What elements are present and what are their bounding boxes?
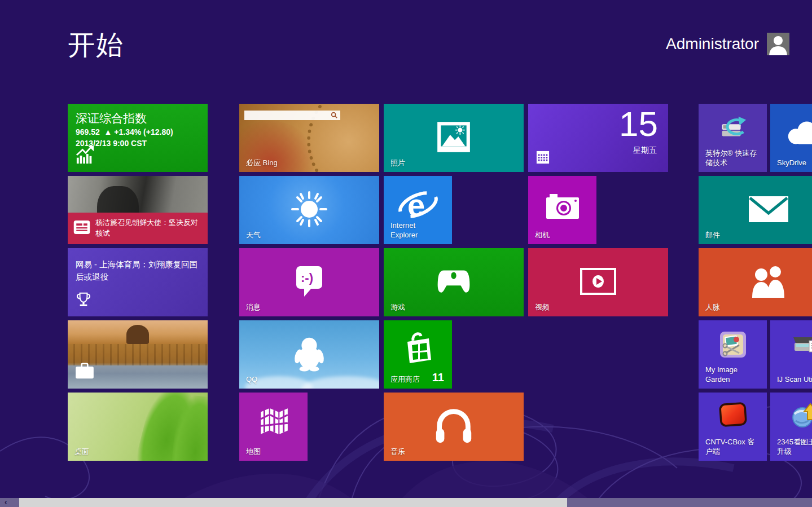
cntv-label: CNTV-CBox 客户端 [705,437,760,457]
tile-camera[interactable]: 相机 [528,176,596,244]
stock-change: ▲ +1.34% (+12.80) [104,127,173,136]
mail-envelope-icon [748,195,789,226]
cloud-icon [783,117,812,149]
p2345-label: 2345看图王版本升级 [777,437,812,457]
messages-icon: :-) [291,263,328,302]
scrollbar-thumb[interactable] [19,498,567,507]
stock-chart-icon [74,145,96,166]
internet-explorer-label: Internet Explorer [390,221,436,240]
user-area[interactable]: Administrator [666,33,789,55]
tile-weather[interactable]: 天气 [239,176,379,244]
globe-update-icon [789,402,812,433]
tile-skydrive[interactable]: SkyDrive [770,104,812,172]
headphones-icon [432,406,476,448]
news-headline: 杨洁篪召见朝鲜大使：坚决反对核试 [95,218,202,239]
news-banner: 杨洁篪召见朝鲜大使：坚决反对核试 [68,213,208,244]
bing-search-bar[interactable] [244,111,340,120]
people-icon [747,265,790,300]
my-image-garden-icon [718,329,748,362]
ij-scan-label: IJ Scan Utility [777,374,812,385]
tile-bing[interactable]: 必应 Bing [239,104,379,172]
tile-messages[interactable]: :-) 消息 [239,248,379,316]
weather-label: 天气 [246,231,261,240]
camera-label: 相机 [535,231,550,240]
music-label: 音乐 [390,447,405,457]
tile-calendar[interactable]: 15 星期五 [528,104,668,172]
svg-text::-): :-) [301,271,313,285]
store-label: 应用商店 [390,375,420,385]
search-icon [331,111,337,121]
sun-icon [287,187,332,234]
calendar-icon [536,151,550,166]
tile-video[interactable]: 视频 [528,248,668,316]
tile-netease-sports[interactable]: 网易 - 上海体育局：刘翔康复回国后或退役 [68,248,208,316]
skydrive-label: SkyDrive [777,158,806,168]
stock-value: 969.52 [76,127,100,136]
mail-label: 邮件 [705,231,720,240]
cntv-tv-icon [717,402,749,431]
games-label: 游戏 [390,303,405,312]
calendar-weekday: 星期五 [633,146,657,156]
camera-icon [545,193,580,222]
user-avatar-icon[interactable] [767,33,789,55]
tile-desktop[interactable]: 桌面 [68,393,208,461]
store-icon [401,329,436,369]
maps-label: 地图 [246,447,261,457]
tile-people[interactable]: 人脉 [699,248,812,316]
intel-storage-icon [716,112,750,146]
store-badge: 11 [432,371,444,384]
tile-maps[interactable]: 地图 [239,393,308,461]
tile-intel-rapid-storage[interactable]: 英特尔® 快速存储技术 [699,104,767,172]
tile-mail[interactable]: 邮件 [699,176,812,244]
photos-label: 照片 [390,158,405,168]
horizontal-scrollbar[interactable]: ‹ [0,498,812,507]
news-icon [73,220,90,237]
netease-headline: 网易 - 上海体育局：刘翔康复回国后或退役 [76,258,200,284]
my-image-garden-label: My Image Garden [705,365,760,385]
tile-store[interactable]: 应用商店 11 [384,320,452,389]
tile-games[interactable]: 游戏 [384,248,524,316]
tile-travel[interactable] [68,320,208,389]
video-label: 视频 [535,303,550,312]
intel-label: 英特尔® 快速存储技术 [705,148,760,168]
game-controller-icon [435,267,472,298]
tile-news[interactable]: 杨洁篪召见朝鲜大使：坚决反对核试 [68,176,208,244]
tile-photos[interactable]: 照片 [384,104,524,172]
trophy-icon [74,290,93,311]
stock-title: 深证综合指数 [76,111,147,126]
messages-label: 消息 [246,303,261,312]
qq-label: QQ [246,375,257,385]
tile-qq[interactable]: QQ [239,320,379,389]
maps-icon [257,405,290,440]
tile-music[interactable]: 音乐 [384,393,524,461]
tile-ij-scan-utility[interactable]: IJ Scan Utility [770,320,812,389]
bing-label: 必应 Bing [246,158,278,168]
suitcase-icon [74,363,95,382]
people-label: 人脉 [705,303,720,312]
user-name[interactable]: Administrator [666,35,759,53]
scroll-left-arrow[interactable]: ‹ [5,498,16,507]
page-title: 开始 [68,27,124,63]
photos-icon [435,121,472,156]
tile-stock-index[interactable]: 深证综合指数 969.52 ▲ +1.34% (+12.80) 2013/2/1… [68,104,208,172]
tile-2345-update[interactable]: 2345看图王版本升级 [770,393,812,461]
calendar-day: 15 [619,105,658,143]
scanner-icon [789,330,812,361]
tile-my-image-garden[interactable]: My Image Garden [699,320,767,389]
desktop-label: 桌面 [74,447,89,457]
tile-internet-explorer[interactable]: e Internet Explorer [384,176,452,244]
tile-cntv-cbox[interactable]: CNTV-CBox 客户端 [699,393,767,461]
video-player-icon [580,267,617,298]
qq-penguin-icon [290,334,328,376]
